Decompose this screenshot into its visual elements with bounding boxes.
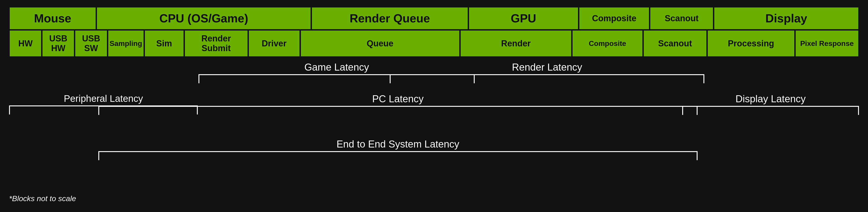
sub-driver: Driver [248,30,300,57]
display-latency-label: Display Latency [736,93,806,104]
display-latency-bracket [682,106,859,115]
sub-pixel-response: Pixel Response [795,30,859,57]
display-latency-brace: Display Latency [682,93,859,115]
render-latency-label: Render Latency [512,62,582,73]
render-latency-bracket [390,74,704,83]
pc-latency-label: PC Latency [372,93,423,104]
sub-processing: Processing [707,30,795,57]
header-row: Mouse CPU (OS/Game) Render Queue GPU Com… [9,7,859,30]
header-scanout: Scanout [650,7,714,30]
brace-area: Game Latency Render Latency Peripheral L… [9,57,859,184]
sub-scanout: Scanout [643,30,707,57]
pc-latency-bracket [98,106,698,115]
sub-usb-sw: USB SW [74,30,107,57]
pc-latency-brace: PC Latency [98,93,698,115]
sub-row: HW USB HW USB SW Sampling Sim Render Sub… [9,30,859,57]
sub-composite: Composite [572,30,643,57]
end-to-end-brace: End to End System Latency [98,139,698,160]
header-mouse: Mouse [9,7,96,30]
sub-sampling: Sampling [107,30,144,57]
end-to-end-label: End to End System Latency [337,139,459,150]
header-display: Display [714,7,859,30]
sub-render-submit: Render Submit [184,30,248,57]
diagram: Mouse CPU (OS/Game) Render Queue GPU Com… [9,7,859,184]
header-gpu: GPU [468,7,579,30]
header-render-queue: Render Queue [311,7,468,30]
end-to-end-bracket [98,151,698,160]
sub-render: Render [460,30,572,57]
footnote: *Blocks not to scale [9,194,76,203]
render-latency-brace: Render Latency [390,62,704,83]
sub-queue: Queue [300,30,460,57]
header-composite: Composite [579,7,650,30]
game-latency-label: Game Latency [304,62,369,73]
header-cpu: CPU (OS/Game) [96,7,311,30]
sub-usb-hw: USB HW [42,30,74,57]
sub-sim: Sim [144,30,184,57]
sub-hw: HW [9,30,42,57]
